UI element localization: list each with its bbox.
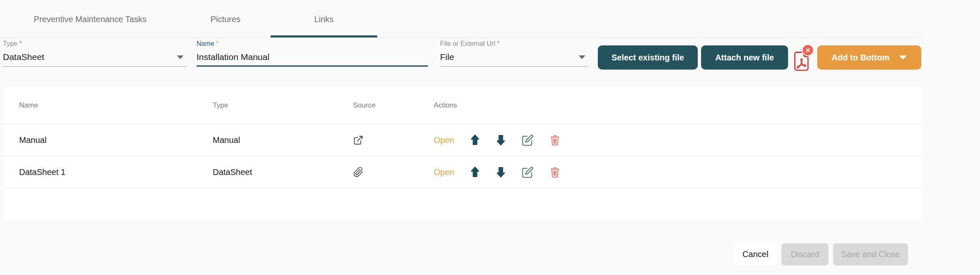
name-input-field[interactable]: Name * bbox=[196, 40, 428, 67]
discard-button[interactable]: Discard bbox=[781, 243, 828, 265]
column-header-type: Type bbox=[213, 101, 353, 110]
table-row: Manual Manual Open bbox=[4, 124, 922, 156]
button-label: Discard bbox=[791, 250, 819, 259]
edit-icon bbox=[522, 166, 534, 178]
row-name: Manual bbox=[4, 135, 213, 145]
file-or-url-select[interactable]: File bbox=[440, 52, 588, 67]
attach-new-file-button[interactable]: Attach new file bbox=[701, 45, 788, 70]
type-value: DataSheet bbox=[3, 52, 44, 62]
table-row: DataSheet 1 DataSheet Open bbox=[4, 156, 922, 188]
tab-bar: Preventive Maintenance Tasks Pictures Li… bbox=[0, 0, 923, 38]
name-input[interactable] bbox=[196, 52, 428, 62]
cancel-button[interactable]: Cancel bbox=[734, 243, 777, 265]
links-editor-page: Preventive Maintenance Tasks Pictures Li… bbox=[0, 0, 980, 275]
arrow-down-icon bbox=[496, 134, 506, 146]
arrow-up-icon bbox=[470, 166, 480, 178]
table-header-row: Name Type Source Actions bbox=[4, 87, 922, 124]
move-down-button[interactable] bbox=[496, 166, 506, 178]
move-up-button[interactable] bbox=[470, 134, 480, 146]
external-link-icon bbox=[353, 135, 363, 145]
chevron-down-icon bbox=[899, 55, 907, 60]
file-or-url-select-field[interactable]: File or External Url * File bbox=[440, 40, 588, 67]
button-label: Cancel bbox=[742, 250, 768, 259]
trash-icon bbox=[550, 134, 560, 146]
button-label: Select existing file bbox=[612, 53, 684, 62]
tab-label: Pictures bbox=[210, 15, 240, 24]
edit-icon bbox=[522, 134, 534, 146]
name-label: Name bbox=[196, 40, 214, 47]
file-or-url-label: File or External Url * bbox=[440, 40, 588, 48]
move-down-button[interactable] bbox=[496, 134, 506, 146]
close-icon: ✕ bbox=[805, 47, 811, 54]
tab-links[interactable]: Links bbox=[271, 0, 377, 37]
tab-pictures[interactable]: Pictures bbox=[180, 0, 271, 37]
chevron-down-icon bbox=[579, 55, 585, 59]
row-name: DataSheet 1 bbox=[4, 168, 213, 177]
column-header-source: Source bbox=[353, 101, 434, 110]
row-type: Manual bbox=[213, 135, 353, 145]
tab-label: Preventive Maintenance Tasks bbox=[34, 15, 147, 24]
arrow-up-icon bbox=[470, 134, 480, 146]
column-header-name: Name bbox=[4, 101, 213, 110]
edit-button[interactable] bbox=[522, 166, 534, 178]
type-select[interactable]: DataSheet bbox=[3, 52, 186, 67]
button-label: Save and Close bbox=[841, 250, 900, 259]
trash-icon bbox=[550, 166, 560, 178]
open-link[interactable]: Open bbox=[434, 135, 454, 145]
type-label: Type * bbox=[3, 40, 186, 48]
tab-preventive-maintenance-tasks[interactable]: Preventive Maintenance Tasks bbox=[0, 0, 180, 37]
select-existing-file-button[interactable]: Select existing file bbox=[598, 45, 698, 70]
file-or-url-value: File bbox=[440, 52, 454, 62]
button-label: Add to Bottom bbox=[832, 53, 890, 62]
arrow-down-icon bbox=[496, 166, 506, 178]
links-table: Name Type Source Actions Manual Manual O… bbox=[4, 87, 922, 220]
row-type: DataSheet bbox=[213, 168, 353, 177]
add-to-bottom-button[interactable]: Add to Bottom bbox=[817, 45, 921, 70]
save-and-close-button[interactable]: Save and Close bbox=[833, 243, 908, 265]
column-header-actions: Actions bbox=[434, 101, 457, 110]
paperclip-icon bbox=[353, 167, 364, 178]
tab-label: Links bbox=[314, 15, 334, 24]
button-label: Attach new file bbox=[715, 53, 774, 62]
remove-attachment-badge[interactable]: ✕ bbox=[802, 44, 814, 56]
chevron-down-icon bbox=[177, 55, 184, 59]
move-up-button[interactable] bbox=[470, 166, 480, 178]
delete-button[interactable] bbox=[550, 166, 560, 178]
delete-button[interactable] bbox=[550, 134, 560, 146]
attached-pdf-file[interactable]: ✕ bbox=[792, 50, 811, 73]
open-link[interactable]: Open bbox=[434, 168, 454, 177]
edit-button[interactable] bbox=[522, 134, 534, 146]
type-select-field[interactable]: Type * DataSheet bbox=[3, 40, 186, 67]
